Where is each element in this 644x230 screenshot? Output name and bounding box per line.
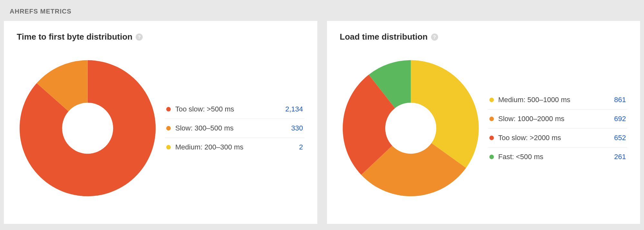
help-icon[interactable]: ? bbox=[431, 34, 438, 41]
legend-value[interactable]: 861 bbox=[611, 96, 626, 104]
legend-row: Fast: <500 ms261 bbox=[488, 148, 628, 166]
ttfb-legend: Too slow: >500 ms2,134Slow: 300–500 ms33… bbox=[165, 100, 304, 157]
ttfb-donut-chart bbox=[17, 57, 159, 199]
loadtime-donut-chart bbox=[340, 57, 482, 199]
help-icon[interactable]: ? bbox=[136, 34, 143, 41]
ttfb-card: Time to first byte distribution ? Too sl… bbox=[4, 21, 317, 224]
legend-swatch bbox=[489, 117, 494, 121]
loadtime-card: Load time distribution ? Medium: 500–100… bbox=[327, 21, 640, 224]
legend-swatch bbox=[489, 136, 494, 140]
legend-row: Slow: 300–500 ms330 bbox=[165, 119, 304, 138]
legend-row: Slow: 1000–2000 ms692 bbox=[488, 110, 628, 129]
legend-label: Medium: 200–300 ms bbox=[175, 143, 296, 151]
legend-label: Slow: 300–500 ms bbox=[175, 124, 288, 132]
legend-row: Too slow: >2000 ms652 bbox=[488, 129, 628, 148]
legend-value[interactable]: 2,134 bbox=[282, 105, 303, 113]
legend-swatch bbox=[166, 145, 171, 149]
legend-swatch bbox=[166, 107, 171, 111]
legend-row: Medium: 200–300 ms2 bbox=[165, 138, 304, 157]
ttfb-card-title: Time to first byte distribution bbox=[17, 32, 132, 42]
loadtime-card-title: Load time distribution bbox=[340, 32, 428, 42]
legend-label: Too slow: >2000 ms bbox=[498, 134, 611, 142]
legend-label: Too slow: >500 ms bbox=[175, 105, 282, 113]
legend-swatch bbox=[489, 155, 494, 159]
legend-label: Slow: 1000–2000 ms bbox=[498, 115, 611, 123]
legend-row: Medium: 500–1000 ms861 bbox=[488, 91, 628, 110]
legend-value[interactable]: 2 bbox=[296, 143, 303, 151]
legend-label: Medium: 500–1000 ms bbox=[498, 96, 611, 104]
cards-row: Time to first byte distribution ? Too sl… bbox=[0, 21, 644, 228]
legend-value[interactable]: 652 bbox=[611, 134, 626, 142]
legend-swatch bbox=[489, 98, 494, 102]
legend-swatch bbox=[166, 126, 171, 130]
legend-value[interactable]: 330 bbox=[288, 124, 303, 132]
legend-value[interactable]: 692 bbox=[611, 115, 626, 123]
loadtime-legend: Medium: 500–1000 ms861Slow: 1000–2000 ms… bbox=[488, 91, 628, 166]
legend-row: Too slow: >500 ms2,134 bbox=[165, 100, 304, 119]
legend-value[interactable]: 261 bbox=[611, 153, 626, 161]
legend-label: Fast: <500 ms bbox=[498, 153, 611, 161]
section-title: AHREFS METRICS bbox=[0, 0, 644, 21]
